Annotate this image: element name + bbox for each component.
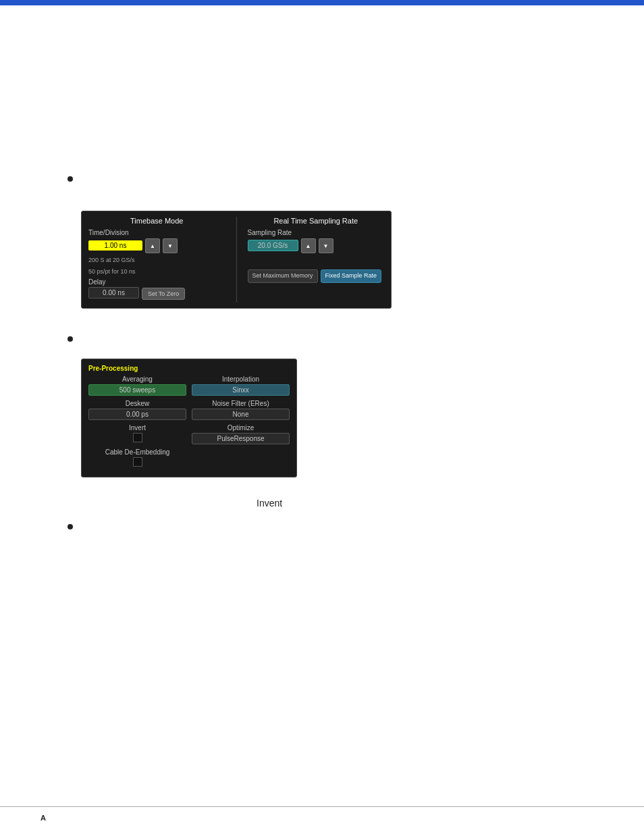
sampling-buttons-row: Set Maximum Memory Fixed Sample Rate: [248, 269, 385, 283]
bullet-text-2: [82, 333, 84, 346]
panel-divider: [236, 217, 237, 303]
bullet-item-2: [68, 333, 603, 346]
sampling-up-arrow[interactable]: ▲: [301, 238, 316, 253]
optimize-label: Optimize: [192, 424, 290, 432]
interpolation-field[interactable]: Sinxx: [192, 384, 290, 396]
paragraph-4: [41, 86, 603, 100]
bullet-dot-2: [68, 336, 73, 342]
invert-checkbox-area: [88, 433, 186, 444]
sampling-down-arrow[interactable]: ▼: [319, 238, 333, 253]
bullet-text-1: [82, 173, 84, 186]
noise-filter-col: Noise Filter (ERes) None: [192, 400, 290, 421]
info-line-1: 200 S at 20 GS/s: [88, 256, 225, 265]
delay-field[interactable]: 0.00 ns: [88, 287, 139, 298]
preproc-deskew-noise-row: Deskew 0.00 ps Noise Filter (ERes) None: [88, 400, 290, 421]
sampling-rate-label: Sampling Rate: [248, 229, 385, 236]
optimize-col: Optimize PulseResponse: [192, 424, 290, 446]
preproc-cable-row: Cable De-Embedding: [88, 448, 290, 469]
sampling-rate-field[interactable]: 20.0 GS/s: [248, 240, 298, 251]
empty-col: [192, 448, 290, 459]
cable-deembed-label: Cable De-Embedding: [88, 448, 186, 456]
noise-filter-label: Noise Filter (ERes): [192, 400, 290, 407]
averaging-field[interactable]: 500 sweeps: [88, 384, 186, 396]
set-max-memory-button[interactable]: Set Maximum Memory: [248, 269, 318, 283]
time-div-up-arrow[interactable]: ▲: [145, 238, 160, 253]
timebase-sampling-panel-container: Timebase Mode Time/Division 1.00 ns ▲ ▼ …: [81, 211, 392, 309]
deskew-field[interactable]: 0.00 ps: [88, 409, 186, 420]
invert-checkbox[interactable]: [133, 433, 142, 442]
deskew-col: Deskew 0.00 ps: [88, 400, 186, 421]
cable-deembed-col: Cable De-Embedding: [88, 448, 186, 469]
invent-text: Invent: [257, 498, 603, 509]
delay-label: Delay: [88, 278, 225, 286]
time-division-field[interactable]: 1.00 ns: [88, 240, 142, 251]
time-division-row: 1.00 ns ▲ ▼: [88, 238, 225, 253]
paragraph-1: [41, 26, 603, 39]
sampling-title: Real Time Sampling Rate: [248, 217, 385, 225]
paragraph-3: [41, 66, 603, 80]
preproc-invert-row: Invert Optimize PulseResponse: [88, 424, 290, 446]
bullet-item-1: [68, 173, 603, 186]
bullet-item-3: [68, 521, 603, 534]
averaging-label: Averaging: [88, 375, 186, 383]
bottom-divider: [0, 806, 644, 807]
averaging-col: Averaging 500 sweeps: [88, 375, 186, 397]
footer-page-label: A: [41, 814, 46, 822]
info-line-2: 50 ps/pt for 10 ns: [88, 267, 225, 276]
top-blue-bar: [0, 0, 644, 5]
cable-deembed-checkbox-area: [88, 457, 186, 469]
sampling-rate-row: 20.0 GS/s ▲ ▼: [248, 238, 385, 253]
body-text-block: [41, 26, 603, 161]
noise-filter-field[interactable]: None: [192, 409, 290, 420]
delay-row: 0.00 ns Set To Zero: [88, 287, 225, 300]
bullet-section-1: [68, 173, 603, 186]
fixed-sample-rate-button[interactable]: Fixed Sample Rate: [321, 269, 382, 283]
sampling-spacer: [248, 256, 385, 269]
cable-deembed-checkbox[interactable]: [133, 457, 142, 467]
interpolation-col: Interpolation Sinxx: [192, 375, 290, 397]
preproc-avg-interp-row: Averaging 500 sweeps Interpolation Sinxx: [88, 375, 290, 397]
paragraph-6: [41, 127, 603, 140]
paragraph-5: [41, 107, 603, 120]
preproc-panel: Pre-Processing Averaging 500 sweeps Inte…: [81, 359, 297, 477]
timebase-sampling-panel: Timebase Mode Time/Division 1.00 ns ▲ ▼ …: [81, 211, 392, 309]
time-div-down-arrow[interactable]: ▼: [163, 238, 178, 253]
invert-label: Invert: [88, 424, 186, 432]
bullet-section-2: [68, 333, 603, 346]
paragraph-2: [41, 46, 603, 59]
preproc-title: Pre-Processing: [88, 365, 290, 372]
bullet-section-3: [68, 521, 603, 534]
bullet-dot-1: [68, 176, 73, 182]
interpolation-label: Interpolation: [192, 375, 290, 383]
bullet-text-3: [82, 521, 84, 534]
invert-col: Invert: [88, 424, 186, 444]
timebase-section: Timebase Mode Time/Division 1.00 ns ▲ ▼ …: [88, 217, 225, 303]
timebase-title: Timebase Mode: [88, 217, 225, 225]
page-letter: A: [41, 814, 46, 822]
optimize-field[interactable]: PulseResponse: [192, 433, 290, 444]
time-division-label: Time/Division: [88, 229, 225, 236]
deskew-label: Deskew: [88, 400, 186, 407]
bullet-dot-3: [68, 524, 73, 529]
set-to-zero-button[interactable]: Set To Zero: [142, 288, 185, 300]
sampling-section: Real Time Sampling Rate Sampling Rate 20…: [248, 217, 385, 303]
